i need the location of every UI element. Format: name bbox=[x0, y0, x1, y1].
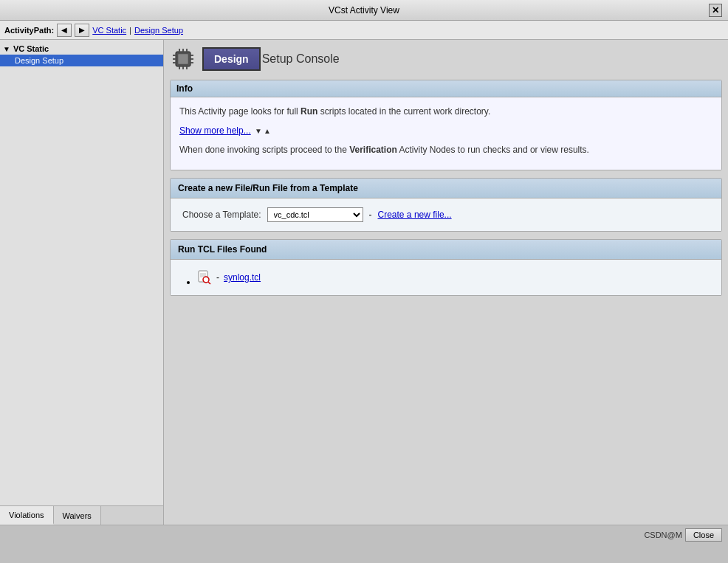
close-button[interactable]: Close bbox=[685, 528, 722, 542]
show-more-line: Show more help... ▼ ▲ bbox=[179, 124, 712, 137]
tcl-header: Run TCL Files Found bbox=[171, 240, 721, 260]
template-body: Choose a Template: vc_cdc.tcl vc_spyglas… bbox=[171, 198, 721, 231]
sidebar-item-vc-static-label: VC Static bbox=[13, 44, 49, 53]
info-panel: Info This Activity page looks for full R… bbox=[170, 80, 722, 170]
svg-point-18 bbox=[203, 277, 209, 283]
breadcrumb-design-setup[interactable]: Design Setup bbox=[134, 26, 183, 35]
down-arrow-icon: ▼ bbox=[255, 125, 262, 137]
svg-rect-1 bbox=[178, 54, 188, 64]
info-desc-suffix: scripts located in the current work dire… bbox=[317, 106, 490, 117]
template-section-label: Create a new File/Run File from a Templa… bbox=[178, 183, 358, 193]
design-button[interactable]: Design bbox=[202, 47, 261, 71]
info-verification: When done invoking scripts proceed to th… bbox=[179, 143, 712, 156]
toggle-icon: ▼ bbox=[3, 45, 10, 53]
window-title: VCst Activity View bbox=[19, 5, 709, 15]
show-more-link[interactable]: Show more help... bbox=[179, 125, 251, 136]
window-close-button[interactable]: ✕ bbox=[709, 4, 722, 17]
back-button[interactable]: ◀ bbox=[57, 24, 72, 37]
template-select[interactable]: vc_cdc.tcl vc_spyglass.tcl vc_lint.tcl bbox=[267, 207, 363, 222]
info-description: This Activity page looks for full Run sc… bbox=[179, 105, 712, 118]
template-separator: - bbox=[369, 210, 372, 220]
tcl-body: - synlog.tcl bbox=[171, 260, 721, 295]
template-section: Create a new File/Run File from a Templa… bbox=[170, 178, 722, 232]
template-header: Create a new File/Run File from a Templa… bbox=[171, 179, 721, 198]
activity-path-bar: ActivityPath: ◀ ▶ VC Static | Design Set… bbox=[0, 21, 728, 40]
activity-path-label: ActivityPath: bbox=[4, 26, 54, 35]
sidebar-tree: ▼ VC Static Design Setup bbox=[0, 40, 163, 505]
info-label: Info bbox=[176, 83, 193, 94]
content-area: Design Setup Console Info This Activity … bbox=[164, 40, 728, 525]
console-title-rest: Setup Console bbox=[262, 52, 340, 66]
verification-suffix: Activity Nodes to run checks and or view… bbox=[397, 145, 589, 155]
up-arrow-icon: ▲ bbox=[264, 125, 271, 137]
svg-line-19 bbox=[208, 282, 210, 284]
tcl-section-label: Run TCL Files Found bbox=[178, 244, 267, 255]
template-row: Choose a Template: vc_cdc.tcl vc_spyglas… bbox=[182, 207, 710, 222]
verification-bold: Verification bbox=[349, 145, 397, 155]
tcl-separator: - bbox=[216, 272, 219, 283]
title-bar: VCst Activity View ✕ bbox=[0, 0, 728, 21]
chip-svg bbox=[170, 46, 196, 72]
console-title-wrapper: Design Setup Console bbox=[202, 47, 340, 71]
console-header: Design Setup Console bbox=[170, 46, 722, 72]
chip-icon bbox=[170, 46, 196, 72]
tab-violations[interactable]: Violations bbox=[0, 506, 54, 525]
list-item: - synlog.tcl bbox=[197, 270, 710, 285]
brand-text: CSDN@M bbox=[644, 531, 682, 539]
tcl-item-synlog: - synlog.tcl bbox=[197, 270, 710, 285]
forward-button[interactable]: ▶ bbox=[75, 24, 89, 37]
tcl-section: Run TCL Files Found bbox=[170, 239, 722, 296]
synlog-link[interactable]: synlog.tcl bbox=[224, 272, 261, 283]
bottom-right: CSDN@M Close bbox=[644, 528, 722, 542]
bottom-bar: CSDN@M Close bbox=[0, 525, 728, 544]
tab-violations-label: Violations bbox=[9, 511, 44, 519]
help-icons: ▼ ▲ bbox=[255, 125, 271, 137]
choose-label: Choose a Template: bbox=[182, 210, 261, 220]
breadcrumb-separator: | bbox=[129, 26, 131, 35]
tcl-list: - synlog.tcl bbox=[182, 270, 710, 285]
sidebar-item-vc-static[interactable]: ▼ VC Static bbox=[0, 43, 163, 55]
breadcrumb-vc-static[interactable]: VC Static bbox=[92, 26, 126, 35]
sidebar-tabs: Violations Waivers bbox=[0, 505, 163, 525]
sidebar: ▼ VC Static Design Setup Violations Waiv… bbox=[0, 40, 164, 525]
tree-group: ▼ VC Static Design Setup bbox=[0, 40, 163, 69]
info-header: Info bbox=[171, 80, 721, 97]
sidebar-item-design-setup-label: Design Setup bbox=[15, 56, 63, 65]
info-desc-prefix: This Activity page looks for full bbox=[179, 106, 301, 117]
main-container: ▼ VC Static Design Setup Violations Waiv… bbox=[0, 40, 728, 525]
info-run-bold: Run bbox=[301, 106, 317, 117]
verification-prefix: When done invoking scripts proceed to th… bbox=[179, 145, 349, 155]
create-new-file-link[interactable]: Create a new file... bbox=[378, 210, 452, 220]
tab-waivers[interactable]: Waivers bbox=[54, 506, 101, 525]
info-body: This Activity page looks for full Run sc… bbox=[171, 97, 721, 170]
tcl-file-icon bbox=[197, 270, 212, 285]
sidebar-item-design-setup[interactable]: Design Setup bbox=[0, 55, 163, 66]
tab-waivers-label: Waivers bbox=[63, 511, 92, 520]
